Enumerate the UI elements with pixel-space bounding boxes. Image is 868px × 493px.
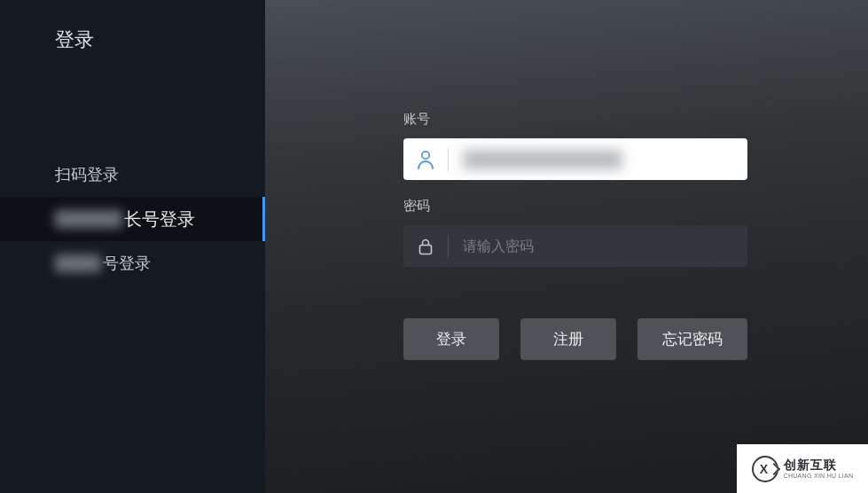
account-value-blurred[interactable] — [449, 138, 747, 180]
watermark-en: CHUANG XIN HU LIAN — [784, 473, 854, 480]
watermark-cn: 创新互联 — [784, 458, 854, 472]
svg-point-0 — [422, 151, 429, 158]
sidebar-item-label: 长号登录 — [124, 207, 195, 231]
sidebar-items: 扫码登录 长号登录 号登录 — [0, 153, 265, 286]
main-content: 账号 密码 — [265, 0, 868, 493]
account-input-wrapper[interactable] — [403, 138, 747, 180]
forgot-password-button[interactable]: 忘记密码 — [637, 318, 747, 360]
user-icon — [403, 138, 448, 180]
password-field-group: 密码 — [403, 198, 868, 267]
watermark: X 创新互联 CHUANG XIN HU LIAN — [737, 444, 868, 493]
login-button[interactable]: 登录 — [403, 318, 499, 360]
watermark-logo-icon: X — [752, 456, 778, 482]
blurred-text — [55, 210, 122, 228]
sidebar: 登录 扫码登录 长号登录 号登录 — [0, 0, 265, 493]
register-button[interactable]: 注册 — [520, 318, 616, 360]
sidebar-item-qr-login[interactable]: 扫码登录 — [0, 153, 265, 197]
password-input[interactable] — [449, 225, 747, 267]
sidebar-item-label: 号登录 — [103, 253, 151, 274]
blurred-text — [463, 150, 622, 169]
lock-icon — [403, 225, 448, 267]
sidebar-title: 登录 — [0, 0, 265, 53]
sidebar-item-alt-login[interactable]: 号登录 — [0, 241, 265, 286]
app-container: 登录 扫码登录 长号登录 号登录 账号 — [0, 0, 868, 493]
password-label: 密码 — [403, 198, 868, 215]
password-input-wrapper[interactable] — [403, 225, 747, 267]
account-field-group: 账号 — [403, 111, 868, 180]
sidebar-item-label: 扫码登录 — [55, 164, 119, 185]
watermark-text: 创新互联 CHUANG XIN HU LIAN — [784, 458, 854, 479]
svg-rect-1 — [420, 245, 432, 254]
account-label: 账号 — [403, 111, 868, 128]
button-row: 登录 注册 忘记密码 — [403, 318, 868, 360]
blurred-text — [55, 254, 101, 272]
sidebar-item-account-login[interactable]: 长号登录 — [0, 197, 265, 241]
